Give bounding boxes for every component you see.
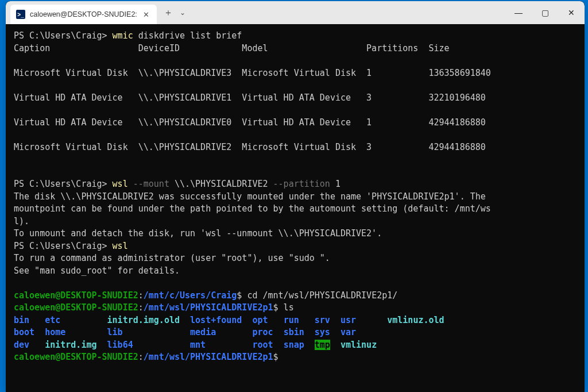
minimize-button[interactable]: —	[505, 1, 532, 24]
ls-entry: opt	[252, 315, 268, 325]
ls-entry: sbin	[284, 327, 304, 337]
tab-close-icon[interactable]: ✕	[142, 10, 151, 19]
ps-prompt: PS C:\Users\Craig>	[14, 241, 113, 251]
table-row: Virtual HD ATA Device \\.\PHYSICALDRIVE1…	[14, 93, 486, 103]
close-button[interactable]: ✕	[558, 1, 585, 24]
titlebar[interactable]: >_ caloewen@DESKTOP-SNUDIE2: ✕ ＋ ⌄ — ▢ ✕	[6, 1, 585, 24]
maximize-button[interactable]: ▢	[532, 1, 558, 24]
ls-entry: srv	[315, 315, 330, 325]
ls-entry: root	[252, 340, 273, 350]
ls-entry: sys	[315, 327, 330, 337]
bash-user-host: caloewen@DESKTOP-SNUDIE2	[14, 352, 138, 362]
terminal-window: >_ caloewen@DESKTOP-SNUDIE2: ✕ ＋ ⌄ — ▢ ✕…	[6, 1, 585, 392]
window-controls: — ▢ ✕	[505, 1, 585, 24]
bash-user-host: caloewen@DESKTOP-SNUDIE2	[14, 302, 138, 313]
tab-controls: ＋ ⌄	[157, 1, 185, 24]
output-line: l).	[14, 216, 29, 226]
new-tab-button[interactable]: ＋	[164, 7, 173, 19]
bash-cmd: ls	[278, 302, 294, 313]
ls-entry: etc	[45, 315, 60, 325]
output-line: To unmount and detach the disk, run 'wsl…	[14, 228, 382, 239]
cmd-arg: 1	[330, 179, 341, 189]
ls-entry: lib	[107, 327, 123, 337]
ps-prompt: PS C:\Users\Craig>	[14, 30, 113, 41]
ls-entry: vmlinuz	[341, 340, 377, 350]
bash-cwd: /mnt/wsl/PHYSICALDRIVE2p1	[144, 352, 273, 362]
ls-entry: mnt	[190, 340, 206, 350]
cmd-flag: --partition	[273, 179, 330, 189]
ls-entry: initrd.img	[45, 340, 96, 350]
ls-entry: lib64	[107, 340, 133, 350]
ls-entry: initrd.img.old	[107, 315, 180, 325]
terminal-body[interactable]: PS C:\Users\Craig> wmic diskdrive list b…	[6, 24, 585, 364]
tab-active[interactable]: >_ caloewen@DESKTOP-SNUDIE2: ✕	[10, 5, 157, 24]
ls-entry: boot	[14, 327, 34, 337]
cmd-arg: \\.\PHYSICALDRIVE2	[169, 179, 273, 189]
ls-entry: lost+found	[190, 315, 242, 325]
ls-entry: home	[45, 327, 65, 337]
cmd-args: diskdrive list brief	[138, 30, 242, 41]
ls-entry: dev	[14, 340, 29, 350]
bash-cmd: cd /mnt/wsl/PHYSICALDRIVE2p1/	[242, 290, 397, 301]
table-row: Microsoft Virtual Disk \\.\PHYSICALDRIVE…	[14, 68, 491, 78]
ls-entry: tmp	[315, 340, 330, 350]
cmd-exe: wmic	[113, 30, 138, 41]
ls-entry: run	[284, 315, 299, 325]
output-line: To run a command as administrator (user …	[14, 253, 330, 263]
output-line: The disk \\.\PHYSICALDRIVE2 was successf…	[14, 191, 486, 202]
bash-user-host: caloewen@DESKTOP-SNUDIE2	[14, 290, 138, 301]
ps-prompt: PS C:\Users\Craig>	[14, 179, 113, 189]
cmd-exe: wsl	[113, 179, 133, 189]
ls-entry: bin	[14, 315, 29, 325]
table-header: Caption DeviceID Model Partitions Size	[14, 43, 450, 53]
table-row: Microsoft Virtual Disk \\.\PHYSICALDRIVE…	[14, 142, 486, 152]
ls-entry: media	[190, 327, 216, 337]
ls-entry: vmlinuz.old	[387, 315, 444, 325]
cmd-flag: --mount	[133, 179, 169, 189]
powershell-icon: >_	[16, 10, 25, 19]
output-line: See "man sudo_root" for details.	[14, 266, 180, 276]
table-row: Virtual HD ATA Device \\.\PHYSICALDRIVE0…	[14, 117, 486, 128]
ls-entry: usr	[341, 315, 356, 325]
bash-cwd: /mnt/wsl/PHYSICALDRIVE2p1	[144, 302, 273, 313]
ls-entry: proc	[252, 327, 273, 337]
ls-entry: var	[341, 327, 356, 337]
bash-cwd: /mnt/c/Users/Craig	[144, 290, 237, 301]
output-line: mountpoint can be found under the path p…	[14, 203, 491, 214]
ls-entry: snap	[284, 340, 304, 350]
cmd-exe: wsl	[113, 241, 128, 251]
tab-dropdown-icon[interactable]: ⌄	[180, 9, 185, 17]
tab-title: caloewen@DESKTOP-SNUDIE2:	[30, 10, 137, 18]
